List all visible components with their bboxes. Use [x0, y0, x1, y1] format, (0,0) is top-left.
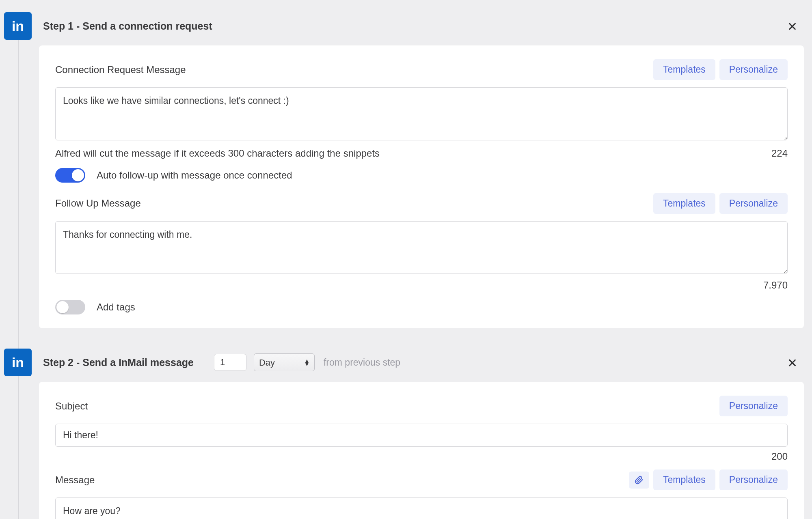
connection-request-block: Connection Request Message Templates Per…: [55, 59, 788, 159]
step-1-close-button[interactable]: ✕: [785, 18, 800, 35]
connection-request-label: Connection Request Message: [55, 64, 186, 75]
step-2-close-button[interactable]: ✕: [785, 355, 800, 372]
message-block: Message Templates Personalize: [55, 469, 788, 519]
followup-personalize-button[interactable]: Personalize: [719, 193, 788, 214]
delay-controls: Day ▲▼ from previous step: [214, 353, 400, 371]
linkedin-icon: in: [4, 349, 32, 376]
connection-char-counter: 224: [771, 148, 788, 159]
connection-templates-button[interactable]: Templates: [653, 59, 715, 80]
step-1-header: in Step 1 - Send a connection request ✕: [4, 8, 804, 45]
followup-templates-button[interactable]: Templates: [653, 193, 715, 214]
delay-number-input[interactable]: [214, 354, 246, 371]
attachment-button[interactable]: [629, 472, 649, 489]
auto-followup-label: Auto follow-up with message once connect…: [97, 170, 292, 181]
step-2: in Step 2 - Send a InMail message Day ▲▼…: [4, 345, 804, 519]
connection-request-textarea[interactable]: [55, 87, 788, 140]
linkedin-icon: in: [4, 12, 32, 40]
followup-block: Follow Up Message Templates Personalize …: [55, 193, 788, 291]
add-tags-row: Add tags: [55, 300, 788, 314]
connection-personalize-button[interactable]: Personalize: [719, 59, 788, 80]
followup-char-counter: 7.970: [763, 280, 788, 291]
step-1: in Step 1 - Send a connection request ✕ …: [4, 8, 804, 328]
subject-block: Subject Personalize 200: [55, 396, 788, 462]
message-templates-button[interactable]: Templates: [653, 469, 715, 490]
message-textarea[interactable]: [55, 497, 788, 519]
message-personalize-button[interactable]: Personalize: [719, 469, 788, 490]
from-previous-step-text: from previous step: [324, 357, 400, 368]
paperclip-icon: [635, 476, 644, 485]
followup-textarea[interactable]: [55, 221, 788, 274]
auto-followup-toggle[interactable]: [55, 168, 85, 183]
add-tags-toggle[interactable]: [55, 300, 85, 314]
subject-char-counter: 200: [771, 451, 788, 462]
connection-hint-text: Alfred will cut the message if it exceed…: [55, 148, 380, 159]
followup-label: Follow Up Message: [55, 198, 141, 209]
step-2-card: Subject Personalize 200 Message: [39, 382, 804, 519]
step-2-header: in Step 2 - Send a InMail message Day ▲▼…: [4, 345, 804, 382]
subject-label: Subject: [55, 401, 88, 412]
subject-input[interactable]: [55, 424, 788, 447]
delay-unit-select[interactable]: Day: [254, 353, 315, 371]
step-1-card: Connection Request Message Templates Per…: [39, 45, 804, 328]
auto-followup-row: Auto follow-up with message once connect…: [55, 168, 788, 183]
subject-personalize-button[interactable]: Personalize: [719, 396, 788, 416]
step-1-title: Step 1 - Send a connection request: [43, 20, 212, 32]
add-tags-label: Add tags: [97, 301, 135, 313]
step-2-title: Step 2 - Send a InMail message: [43, 357, 194, 368]
message-label: Message: [55, 474, 95, 486]
